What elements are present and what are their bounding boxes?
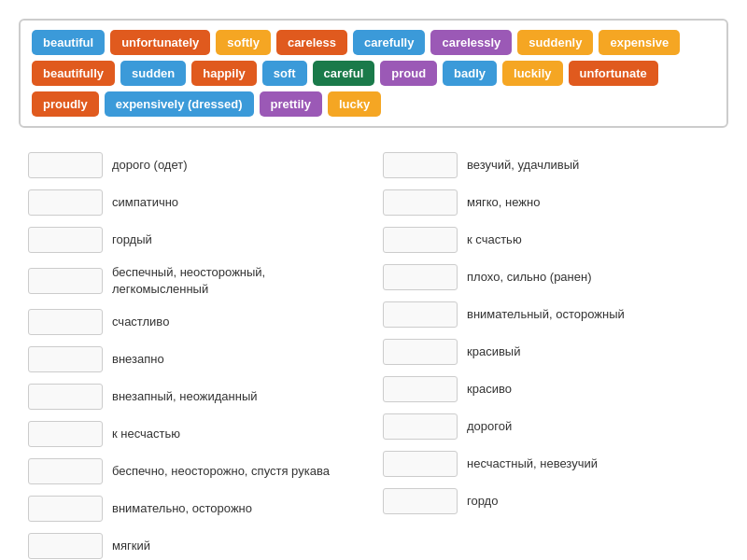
answer-input-box[interactable]: [383, 227, 458, 253]
word-chip[interactable]: expensive: [599, 30, 680, 55]
answer-input-box[interactable]: [383, 451, 458, 477]
word-chip[interactable]: soft: [262, 61, 307, 86]
definition-text: везучий, удачливый: [467, 157, 579, 174]
left-match-row: гордый: [19, 221, 374, 259]
left-match-row: внимательно, осторожно: [19, 490, 374, 527]
word-chip[interactable]: proud: [380, 61, 437, 86]
left-match-row: дорого (одет): [19, 147, 374, 184]
left-match-row: к несчастью: [19, 415, 374, 453]
answer-input-box[interactable]: [383, 376, 458, 402]
word-chip[interactable]: carefully: [353, 30, 425, 55]
left-match-row: мягкий: [19, 527, 374, 560]
definition-text: несчастный, невезучий: [467, 455, 598, 472]
word-chip[interactable]: badly: [443, 61, 497, 86]
right-match-row: внимательный, осторожный: [374, 296, 728, 333]
left-match-row: беспечный, неосторожный, легкомысленный: [19, 259, 374, 303]
word-chip[interactable]: beautifully: [32, 61, 115, 86]
left-match-row: беспечно, неосторожно, спустя рукава: [19, 453, 374, 490]
definition-text: беспечный, неосторожный, легкомысленный: [112, 264, 364, 298]
right-match-row: везучий, удачливый: [374, 147, 728, 184]
answer-input-box[interactable]: [28, 533, 103, 559]
word-chip[interactable]: proudly: [32, 91, 99, 117]
left-column: дорого (одет)симпатичногордыйбеспечный, …: [19, 147, 374, 560]
definition-text: внезапный, неожиданный: [112, 388, 258, 405]
word-chip[interactable]: lucky: [328, 91, 381, 117]
word-chip[interactable]: careful: [313, 61, 375, 86]
answer-input-box[interactable]: [28, 458, 103, 484]
word-chip[interactable]: suddenly: [517, 30, 593, 55]
answer-input-box[interactable]: [28, 227, 103, 253]
word-chip[interactable]: prettily: [260, 91, 322, 117]
left-match-row: внезапно: [19, 341, 374, 378]
definition-text: дорого (одет): [112, 157, 188, 174]
definition-text: мягкий: [112, 538, 150, 554]
word-chip[interactable]: unfortunate: [569, 61, 658, 86]
answer-input-box[interactable]: [28, 152, 103, 178]
definition-text: красивый: [467, 343, 520, 360]
definition-text: внимательный, осторожный: [467, 306, 625, 323]
word-chip[interactable]: careless: [276, 30, 347, 55]
definition-text: красиво: [467, 381, 512, 398]
answer-input-box[interactable]: [28, 421, 103, 447]
right-match-row: дорогой: [374, 408, 728, 445]
definition-text: счастливо: [112, 314, 169, 330]
definition-text: плохо, сильно (ранен): [467, 269, 592, 286]
definition-text: симпатично: [112, 194, 178, 211]
answer-input-box[interactable]: [28, 384, 103, 410]
right-match-row: несчастный, невезучий: [374, 445, 728, 483]
word-bank: beautifulunfortunatelysoftlycarelesscare…: [19, 19, 728, 128]
left-match-row: счастливо: [19, 303, 374, 341]
answer-input-box[interactable]: [28, 309, 103, 335]
right-match-row: красивый: [374, 333, 728, 371]
word-chip[interactable]: expensively (dressed): [105, 91, 254, 117]
word-chip[interactable]: carelessly: [430, 30, 512, 55]
answer-input-box[interactable]: [383, 413, 458, 440]
answer-input-box[interactable]: [383, 189, 458, 216]
word-chip[interactable]: sudden: [120, 61, 186, 86]
word-chip[interactable]: unfortunately: [110, 30, 210, 55]
answer-input-box[interactable]: [383, 152, 458, 178]
right-match-row: плохо, сильно (ранен): [374, 259, 728, 296]
answer-input-box[interactable]: [383, 339, 458, 365]
right-match-row: мягко, нежно: [374, 184, 728, 221]
right-column: везучий, удачливыймягко, нежнок счастьюп…: [374, 147, 728, 560]
answer-input-box[interactable]: [28, 346, 103, 372]
definition-text: к несчастью: [112, 426, 180, 442]
definition-text: дорогой: [467, 418, 512, 435]
answer-input-box[interactable]: [28, 268, 103, 294]
left-match-row: симпатично: [19, 184, 374, 221]
answer-input-box[interactable]: [28, 189, 103, 216]
match-container: дорого (одет)симпатичногордыйбеспечный, …: [19, 147, 728, 560]
right-match-row: к счастью: [374, 221, 728, 259]
answer-input-box[interactable]: [383, 488, 458, 514]
word-chip[interactable]: beautiful: [32, 30, 105, 55]
answer-input-box[interactable]: [383, 301, 458, 328]
definition-text: беспечно, неосторожно, спустя рукава: [112, 463, 330, 480]
definition-text: гордо: [467, 493, 498, 510]
definition-text: к счастью: [467, 231, 522, 248]
definition-text: внезапно: [112, 351, 164, 368]
right-match-row: гордо: [374, 483, 728, 520]
definition-text: мягко, нежно: [467, 194, 540, 211]
left-match-row: внезапный, неожиданный: [19, 378, 374, 415]
definition-text: внимательно, осторожно: [112, 500, 252, 517]
word-chip[interactable]: softly: [216, 30, 271, 55]
answer-input-box[interactable]: [28, 496, 103, 522]
definition-text: гордый: [112, 231, 152, 248]
right-match-row: красиво: [374, 371, 728, 408]
word-chip[interactable]: happily: [191, 61, 257, 86]
answer-input-box[interactable]: [383, 264, 458, 290]
word-chip[interactable]: luckily: [502, 61, 562, 86]
